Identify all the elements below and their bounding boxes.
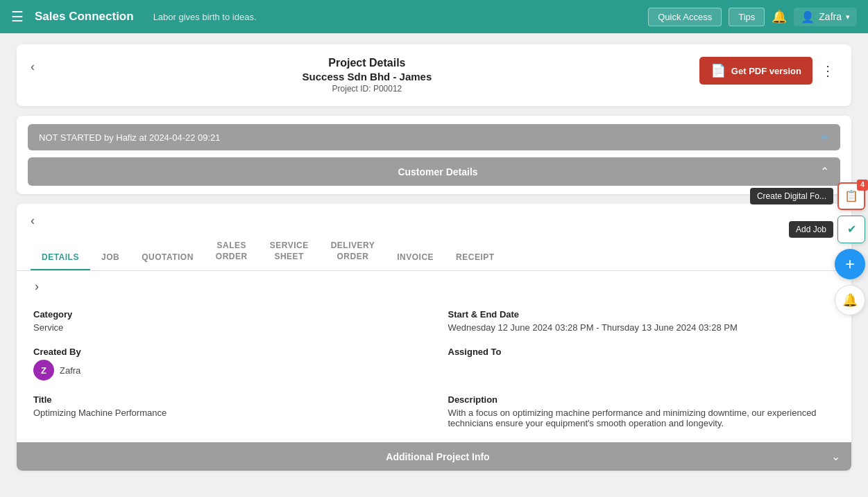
tabs-nav-row: › [17, 271, 851, 295]
tagline: Labor gives birth to ideas. [153, 12, 640, 22]
tab-sales-order[interactable]: SALESORDER [205, 234, 259, 270]
add-job-tooltip: Add Job [789, 221, 833, 238]
tab-service-sheet[interactable]: SERVICESHEET [259, 234, 320, 270]
check-icon: ✔ [847, 223, 856, 236]
customer-details-chevron-icon[interactable]: ⌃ [820, 165, 829, 178]
menu-icon[interactable]: ☰ [11, 8, 24, 25]
avatar-wrap: Z Zafra [33, 360, 420, 381]
status-bar: NOT STARTED by Hafiz at 2024-04-22 09:21… [28, 124, 840, 150]
create-digital-form-tooltip: Create Digital Fo... [750, 188, 833, 204]
description-label: Description [448, 394, 835, 405]
description-field: Description With a focus on optimizing m… [448, 394, 835, 428]
avatar-name: Zafra [60, 365, 80, 376]
category-field: Category Service [33, 309, 420, 333]
category-value: Service [33, 322, 420, 333]
add-job-wrap: Add Job ✔ [750, 216, 865, 243]
tabs-row: DETAILS JOB QUOTATION SALESORDER SERVICE… [17, 234, 851, 271]
topnav-right: Quick Access Tips 🔔 👤 Zafra ▾ [648, 8, 857, 26]
add-job-button[interactable]: ✔ [837, 216, 865, 243]
user-chevron-icon: ▾ [846, 12, 850, 21]
pdf-label: Get PDF version [731, 66, 801, 76]
project-header-card: ‹ Project Details Success Sdn Bhd - Jame… [17, 44, 851, 106]
tab-delivery-order[interactable]: DELIVERYORDER [320, 234, 386, 270]
add-button-wrap: + [750, 249, 865, 279]
notification-bell-icon[interactable]: 🔔 [772, 9, 787, 24]
start-end-value: Wednesday 12 June 2024 03:28 PM - Thursd… [448, 322, 835, 333]
bell-button-wrap: 🔔 [750, 285, 865, 315]
tab-details[interactable]: DETAILS [31, 245, 90, 270]
add-button[interactable]: + [835, 249, 865, 279]
additional-info-bar[interactable]: Additional Project Info ⌄ [17, 442, 851, 471]
tab-job[interactable]: JOB [90, 245, 130, 270]
tab-quotation[interactable]: QUOTATION [130, 245, 205, 270]
document-icon: 📋 [844, 189, 858, 202]
created-by-label: Created By [33, 347, 420, 357]
title-label: Title [33, 394, 420, 405]
assigned-to-label: Assigned To [448, 347, 835, 357]
description-value: With a focus on optimizing machine perfo… [448, 408, 835, 428]
main-content: ‹ Project Details Success Sdn Bhd - Jame… [0, 33, 868, 497]
user-name: Zafra [819, 11, 842, 22]
project-header-subtitle: Success Sdn Bhd - James [43, 71, 691, 82]
quick-access-button[interactable]: Quick Access [648, 8, 722, 26]
title-field: Title Optimizing Machine Performance [33, 394, 420, 428]
badge-4: 4 [857, 180, 868, 191]
details-card: ‹ DETAILS JOB QUOTATION SALESORDER SERVI… [17, 204, 851, 471]
project-header-title: Project Details [43, 57, 691, 69]
status-edit-icon[interactable]: ✏ [821, 132, 829, 143]
get-pdf-button[interactable]: 📄 Get PDF version [699, 57, 812, 85]
details-content: Category Service Start & End Date Wednes… [17, 295, 851, 442]
tips-button[interactable]: Tips [729, 8, 765, 26]
pdf-icon: 📄 [710, 63, 726, 78]
assigned-to-field: Assigned To [448, 347, 835, 381]
created-by-field: Created By Z Zafra [33, 347, 420, 381]
details-card-top: ‹ [17, 204, 851, 228]
title-value: Optimizing Machine Performance [33, 408, 420, 418]
topnav: ☰ Sales Connection Labor gives birth to … [0, 0, 868, 33]
category-label: Category [33, 309, 420, 320]
status-text: NOT STARTED by Hafiz at 2024-04-22 09:21 [39, 132, 221, 143]
project-back-button[interactable]: ‹ [31, 57, 35, 74]
avatar: Z [33, 360, 54, 381]
additional-info-title: Additional Project Info [44, 451, 831, 462]
project-id: Project ID: P00012 [43, 84, 691, 94]
more-options-button[interactable]: ⋮ [818, 60, 837, 82]
project-header-center: Project Details Success Sdn Bhd - James … [43, 57, 691, 94]
user-icon: 👤 [801, 10, 815, 24]
customer-details-title: Customer Details [56, 166, 820, 177]
user-menu[interactable]: 👤 Zafra ▾ [794, 8, 857, 26]
additional-info-chevron-icon[interactable]: ⌄ [831, 450, 840, 463]
status-customer-card: NOT STARTED by Hafiz at 2024-04-22 09:21… [17, 116, 851, 194]
project-header-actions: 📄 Get PDF version ⋮ [699, 57, 837, 85]
tabs-next-button[interactable]: › [31, 278, 43, 295]
brand-name: Sales Connection [35, 10, 134, 24]
bell-button[interactable]: 🔔 [835, 285, 865, 315]
details-back-button[interactable]: ‹ [31, 213, 35, 228]
floating-buttons: Create Digital Fo... 📋 4 Add Job ✔ + 🔔 [750, 182, 868, 315]
tab-invoice[interactable]: INVOICE [386, 245, 445, 270]
customer-details-bar[interactable]: Customer Details ⌃ [28, 157, 840, 186]
tab-receipt[interactable]: RECEIPT [445, 245, 506, 270]
create-digital-form-wrap: Create Digital Fo... 📋 4 [750, 182, 865, 210]
